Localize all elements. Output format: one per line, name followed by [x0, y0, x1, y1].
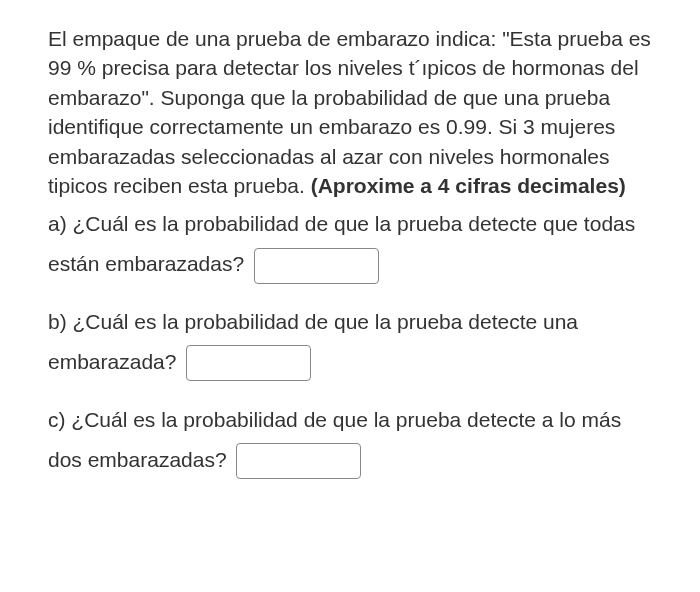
- part-c-input[interactable]: [236, 443, 361, 479]
- part-a-input[interactable]: [254, 248, 379, 284]
- stem-text: El empaque de una prueba de embarazo ind…: [48, 27, 651, 197]
- stem-bold: (Aproxime a 4 cifras decimales): [311, 174, 626, 197]
- question-stem: El empaque de una prueba de embarazo ind…: [48, 24, 660, 200]
- part-c: c) ¿Cuál es la probabilidad de que la pr…: [48, 400, 660, 480]
- part-b-text: b) ¿Cuál es la probabilidad de que la pr…: [48, 310, 578, 373]
- part-b-input[interactable]: [186, 345, 311, 381]
- part-b: b) ¿Cuál es la probabilidad de que la pr…: [48, 302, 660, 382]
- part-a: a) ¿Cuál es la probabilidad de que la pr…: [48, 204, 660, 284]
